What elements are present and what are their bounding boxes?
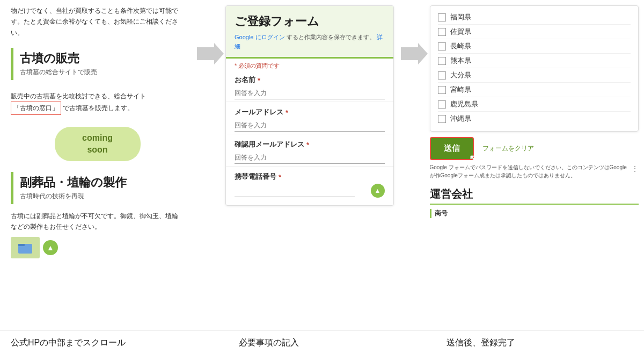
checkbox-fukuoka[interactable]: 福岡県 [438,10,631,25]
kofun-section: 古墳の販売 古墳墓の総合サイトで販売 [11,48,184,80]
kofun-desc2: で古墳墓を販売します。 [63,104,134,112]
kofun-link[interactable]: 「古墳の窓口」 [11,102,61,114]
checkbox-miyazaki-box[interactable] [438,86,446,94]
arrow-1-col [195,0,225,69]
caption-arrow-2 [415,337,447,349]
checkbox-fukuoka-label: 福岡県 [450,12,471,22]
checkbox-kagoshima-label: 鹿児島県 [450,99,478,109]
checkbox-okinawa[interactable]: 沖縄県 [438,112,631,126]
submit-button[interactable]: 送信 ↖ [430,137,474,160]
checkbox-saga-box[interactable] [438,28,446,36]
kofun-desc-text: 販売中の古墳墓を比較検討できる、総合サイト [11,92,146,100]
field-email-confirm-input[interactable] [235,151,385,164]
arrow-2-col [399,0,430,69]
caption-1: 公式HPの中部までスクロール [11,337,208,349]
checkbox-oita[interactable]: 大分県 [438,68,631,83]
haniwa-subtitle: 古墳時代の技術を再現 [20,192,184,201]
required-star-3: * [306,141,309,149]
checkbox-miyazaki[interactable]: 宮崎県 [438,83,631,97]
checkbox-fukuoka-box[interactable] [438,13,446,21]
svg-marker-2 [197,43,224,64]
field-name-input[interactable] [235,87,385,99]
caption-arrow-1 [208,337,239,349]
column-1: 物だけでなく、当社が買取することも条件次第では可能です。たとえ資金に余裕がなくて… [0,0,195,264]
form-card: ご登録フォーム Google にログイン すると作業内容を保存できます。 詳細 … [225,5,394,206]
field-email-label: メールアドレス * [235,107,385,117]
bottom-captions: 公式HPの中部までスクロール 必要事項の記入 送信後、登録完了 [0,330,644,354]
uneikaisha-row: 商号 [430,209,639,218]
clear-form-link[interactable]: フォームをクリア [482,144,534,153]
checkbox-oita-label: 大分県 [450,70,471,80]
scroll-up-btn[interactable]: ▲ [43,240,58,255]
intro-text: 物だけでなく、当社が買取することも条件次第では可能です。たとえ資金に余裕がなくて… [11,5,184,38]
checkbox-oita-box[interactable] [438,71,446,80]
checkbox-okinawa-label: 沖縄県 [450,114,471,124]
checkbox-kagoshima-box[interactable] [438,100,446,109]
required-star-4: * [279,173,281,181]
kofun-subtitle: 古墳墓の総合サイトで販売 [20,68,184,77]
caption-2: 必要事項の記入 [239,337,415,349]
thumbnail-row: ▲ [11,237,184,258]
prefecture-checkbox-card: 福岡県 佐賀県 長崎県 熊本県 大分県 宮崎県 [430,5,639,132]
cursor-icon: ↖ [469,153,477,164]
main-content: 物だけでなく、当社が買取することも条件次第では可能です。たとえ資金に余裕がなくて… [0,0,644,330]
dots-icon: ⋮ [631,163,639,175]
checkbox-kumamoto-label: 熊本県 [450,56,471,66]
thumb1 [11,237,40,258]
checkbox-kumamoto-box[interactable] [438,57,446,65]
haniwa-desc: 古墳には副葬品と埴輪が不可欠です。御鏡、御勾玉、埴輪などの製作もお任せください。 [11,211,184,233]
checkbox-nagasaki[interactable]: 長崎県 [438,39,631,54]
field-phone-label: 携帯電話番号 * [235,172,385,182]
checkbox-nagasaki-label: 長崎県 [450,41,471,51]
column-2: ご登録フォーム Google にログイン すると作業内容を保存できます。 詳細 … [225,0,399,211]
field-email-input[interactable] [235,119,385,132]
haniwa-title: 副葬品・埴輪の製作 [20,175,184,191]
uneikaisha-section: 運営会社 商号 [430,187,639,218]
field-name-label: お名前 * [235,75,385,85]
checkbox-saga-label: 佐賀県 [450,27,471,37]
form-google-note: Google にログイン すると作業内容を保存できます。 詳細 [235,33,385,50]
coming-soon-button[interactable]: coming soon [55,127,141,162]
form-scroll-up-btn[interactable]: ▲ [371,184,385,198]
field-phone-group: 携帯電話番号 * ▲ [226,167,393,200]
field-name-group: お名前 * [226,70,393,102]
column-3: 福岡県 佐賀県 長崎県 熊本県 大分県 宮崎県 [430,0,645,223]
field-email-confirm-label: 確認用メールアドレス * [235,140,385,149]
arrow-1 [197,43,224,69]
svg-rect-1 [18,244,25,246]
svg-marker-3 [401,43,428,64]
form-header: ご登録フォーム Google にログイン すると作業内容を保存できます。 詳細 [226,6,393,59]
checkbox-saga[interactable]: 佐賀県 [438,25,631,39]
arrow-2 [401,43,428,69]
form-note-text: すると作業内容を保存できます。 [287,34,375,40]
field-phone-input[interactable] [235,185,355,197]
submit-row: 送信 ↖ フォームをクリア [430,137,639,160]
uneikaisha-label: 商号 [430,209,448,218]
field-email-confirm-group: 確認用メールアドレス * [226,134,393,167]
haniwa-section: 副葬品・埴輪の製作 古墳時代の技術を再現 [11,172,184,204]
kofun-title: 古墳の販売 [20,51,184,67]
checkbox-kagoshima[interactable]: 鹿児島県 [438,97,631,112]
kofun-desc: 販売中の古墳墓を比較検討できる、総合サイト 「古墳の窓口」 で古墳墓を販売します… [11,91,184,115]
required-star-1: * [258,76,260,84]
uneikaisha-title: 運営会社 [430,187,639,205]
google-bottom-note: ⋮ Google フォームでパスワードを送信しないでください。このコンテンツはG… [430,163,639,179]
checkbox-okinawa-box[interactable] [438,115,446,123]
checkbox-nagasaki-box[interactable] [438,42,446,50]
form-title: ご登録フォーム [235,13,385,30]
checkbox-kumamoto[interactable]: 熊本県 [438,54,631,68]
required-star-2: * [286,109,288,117]
caption-3: 送信後、登録完了 [447,337,633,349]
google-login-link[interactable]: Google にログイン [235,34,285,40]
checkbox-miyazaki-label: 宮崎県 [450,85,471,95]
field-email-group: メールアドレス * [226,102,393,134]
form-required-note: * 必須の質問です [226,59,393,70]
